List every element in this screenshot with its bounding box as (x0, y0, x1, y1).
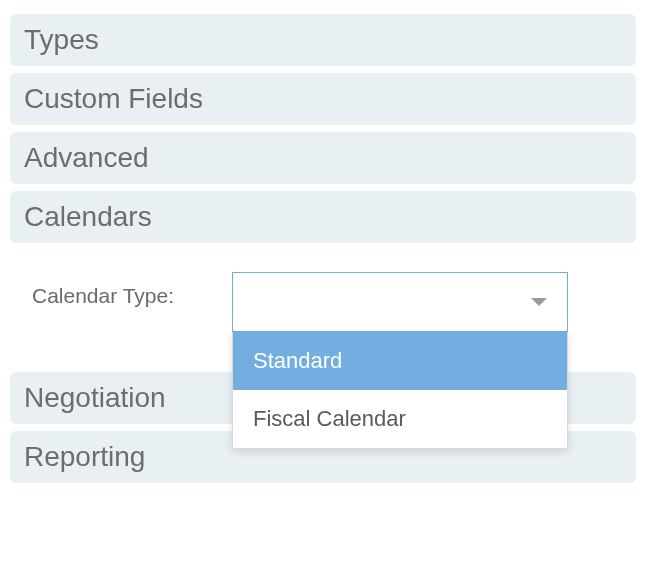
section-types[interactable]: Types (10, 14, 636, 66)
calendar-type-label: Calendar Type: (32, 272, 232, 308)
section-calendars[interactable]: Calendars (10, 191, 636, 243)
section-advanced[interactable]: Advanced (10, 132, 636, 184)
calendar-type-dropdown: Standard Fiscal Calendar (232, 332, 568, 449)
option-standard[interactable]: Standard (233, 332, 567, 390)
calendar-type-select[interactable] (232, 272, 568, 332)
section-custom-fields[interactable]: Custom Fields (10, 73, 636, 125)
option-fiscal-calendar[interactable]: Fiscal Calendar (233, 390, 567, 448)
calendar-type-select-wrapper: Standard Fiscal Calendar (232, 272, 568, 332)
chevron-down-icon (531, 298, 547, 306)
calendar-type-row: Calendar Type: Standard Fiscal Calendar (10, 250, 636, 332)
